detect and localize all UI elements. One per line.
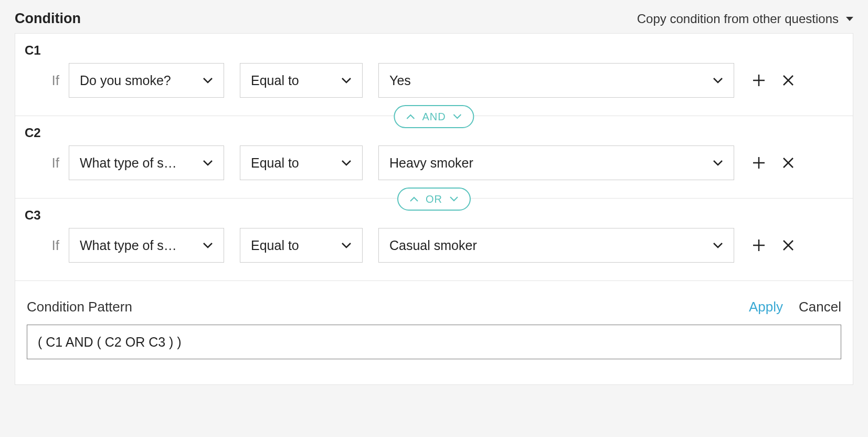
operator-select-value: Equal to: [251, 155, 334, 171]
chevron-down-icon: [713, 160, 723, 166]
chevron-up-icon: [406, 114, 415, 119]
chevron-down-icon: [341, 77, 352, 84]
question-select[interactable]: What type of s…: [69, 145, 224, 180]
condition-pattern-section: Condition Pattern Apply Cancel: [15, 280, 853, 384]
answer-select[interactable]: Yes: [378, 63, 734, 98]
remove-condition-button[interactable]: [779, 154, 797, 172]
operator-select-value: Equal to: [251, 73, 334, 88]
answer-select-value: Heavy smoker: [389, 155, 705, 171]
chevron-down-icon: [713, 242, 723, 248]
question-select[interactable]: What type of s…: [69, 228, 224, 263]
if-label: If: [25, 72, 59, 89]
remove-condition-button[interactable]: [779, 71, 797, 89]
chevron-down-icon: [453, 114, 462, 119]
chevron-down-icon: [203, 160, 213, 166]
if-label: If: [25, 237, 59, 254]
logic-joiner-toggle[interactable]: OR: [397, 188, 471, 211]
if-label: If: [25, 155, 59, 171]
chevron-down-icon: [450, 196, 458, 202]
cancel-button[interactable]: Cancel: [799, 299, 841, 315]
question-select-value: What type of s…: [80, 155, 195, 171]
operator-select[interactable]: Equal to: [240, 63, 363, 98]
condition-editor: Condition Copy condition from other ques…: [0, 0, 868, 390]
operator-select[interactable]: Equal to: [240, 228, 363, 263]
copy-condition-label: Copy condition from other questions: [637, 12, 839, 26]
operator-select[interactable]: Equal to: [240, 145, 363, 180]
add-condition-button[interactable]: [750, 236, 768, 254]
question-select-value: What type of s…: [80, 238, 195, 253]
caret-down-icon: [846, 17, 853, 21]
question-select[interactable]: Do you smoke?: [69, 63, 224, 98]
conditions-panel: C1 If Do you smoke? Equal to Yes: [15, 33, 853, 385]
header-title: Condition: [15, 11, 81, 27]
chevron-down-icon: [341, 160, 352, 166]
chevron-down-icon: [203, 242, 213, 248]
answer-select-value: Casual smoker: [389, 238, 705, 253]
logic-joiner-toggle[interactable]: AND: [394, 105, 474, 128]
apply-button[interactable]: Apply: [749, 299, 783, 315]
header: Condition Copy condition from other ques…: [15, 11, 853, 27]
question-select-value: Do you smoke?: [80, 73, 195, 88]
operator-select-value: Equal to: [251, 238, 334, 253]
answer-select[interactable]: Casual smoker: [378, 228, 734, 263]
chevron-up-icon: [410, 196, 418, 202]
chevron-down-icon: [203, 77, 213, 84]
answer-select[interactable]: Heavy smoker: [378, 145, 734, 180]
copy-condition-dropdown[interactable]: Copy condition from other questions: [637, 12, 853, 26]
condition-id: C1: [25, 43, 843, 58]
logic-joiner-label: OR: [426, 193, 442, 205]
add-condition-button[interactable]: [750, 71, 768, 89]
condition-pattern-title: Condition Pattern: [27, 299, 749, 315]
add-condition-button[interactable]: [750, 154, 768, 172]
chevron-down-icon: [341, 242, 352, 248]
condition-block: C1 If Do you smoke? Equal to Yes: [15, 34, 853, 116]
chevron-down-icon: [713, 77, 723, 84]
logic-joiner-label: AND: [422, 111, 446, 123]
condition-pattern-input[interactable]: [27, 325, 841, 359]
remove-condition-button[interactable]: [779, 236, 797, 254]
answer-select-value: Yes: [389, 73, 705, 88]
